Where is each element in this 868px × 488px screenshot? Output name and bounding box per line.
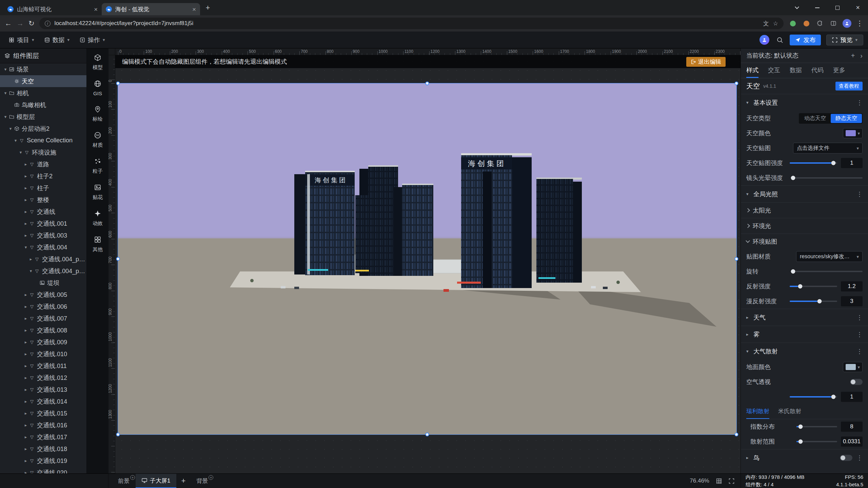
subsection-sunlight[interactable]: 太阳光 <box>741 202 868 218</box>
layer-item[interactable]: ▸▽整楼 <box>0 194 86 206</box>
layer-item[interactable]: 天空 <box>0 75 86 87</box>
selection-handle[interactable] <box>116 433 120 436</box>
subsection-environment-map[interactable]: 环境贴图 <box>741 233 868 249</box>
section-basic-settings[interactable]: ▾ 基本设置 ⋮ <box>741 94 868 111</box>
preview-button[interactable]: 预览 ▾ <box>826 35 863 45</box>
publish-button[interactable]: 发布 <box>790 35 821 45</box>
caret-collapsed-icon[interactable]: ▸ <box>23 446 28 451</box>
caret-expanded-icon[interactable]: ▾ <box>3 67 8 72</box>
caret-expanded-icon[interactable]: ▾ <box>28 268 34 273</box>
dock-item-particles[interactable]: 粒子 <box>93 158 103 175</box>
selection-handle[interactable] <box>426 433 429 436</box>
caret-expanded-icon[interactable]: ▾ <box>13 138 18 143</box>
layer-item[interactable]: ▸▽交通线.016 <box>0 419 86 431</box>
user-avatar[interactable] <box>760 35 769 45</box>
layer-item[interactable]: ▸▽交通线.009 <box>0 336 86 348</box>
kebab-menu-icon[interactable]: ⋮ <box>856 454 863 462</box>
caret-collapsed-icon[interactable]: ▸ <box>23 197 28 202</box>
bookmark-star-icon[interactable]: ☆ <box>773 20 778 27</box>
diffuse-slider[interactable] <box>790 301 837 302</box>
selection-handle[interactable] <box>426 82 429 85</box>
layer-item[interactable]: ▸▽交通线.014 <box>0 395 86 407</box>
browser-tab-1[interactable]: 山海鲸可视化 × <box>3 3 102 15</box>
sky-type-dynamic-option[interactable]: 动态天空 <box>800 114 831 123</box>
expand-states-icon[interactable]: › <box>860 52 863 60</box>
layer-item[interactable]: ▸▽交通线.004_primit... <box>0 253 86 265</box>
caret-collapsed-icon[interactable]: ▸ <box>23 233 28 238</box>
dock-item-cube[interactable]: 模型 <box>93 54 103 71</box>
browser-menu-icon[interactable]: ⋮ <box>856 19 863 27</box>
bird-toggle[interactable] <box>840 455 852 461</box>
kebab-menu-icon[interactable]: ⋮ <box>856 331 863 338</box>
caret-collapsed-icon[interactable]: ▸ <box>23 375 28 380</box>
layer-item[interactable]: ▸▽交通线.015 <box>0 407 86 419</box>
sub-screen-tab[interactable]: 子大屏1 <box>136 474 176 488</box>
caret-collapsed-icon[interactable]: ▸ <box>23 304 28 309</box>
tab-code[interactable]: 代码 <box>811 63 824 78</box>
tab-search-icon[interactable] <box>787 0 807 15</box>
sky-color-picker[interactable]: ▾ <box>843 128 863 138</box>
browser-tab-2[interactable]: 海创 - 低视觉 × <box>102 3 200 15</box>
multi-scatter-value[interactable]: 1 <box>841 392 863 402</box>
minimize-button[interactable] <box>807 0 827 15</box>
layer-item[interactable]: ▸▽交通线.013 <box>0 384 86 395</box>
background-tab[interactable]: 背景 + <box>190 474 214 488</box>
exponent-value[interactable]: 8 <box>841 422 863 432</box>
multi-scatter-slider[interactable] <box>790 396 837 398</box>
caret-collapsed-icon[interactable]: ▸ <box>28 257 34 262</box>
close-button[interactable]: × <box>848 0 868 15</box>
sky-map-intensity-value[interactable]: 1 <box>841 158 863 168</box>
caret-expanded-icon[interactable]: ▾ <box>8 126 13 131</box>
layer-item[interactable]: ▾▽交通线.004_primit... <box>0 265 86 277</box>
layer-item[interactable]: ▸▽交通线.005 <box>0 289 86 301</box>
layer-item[interactable]: ▾模型层 <box>0 111 86 123</box>
caret-collapsed-icon[interactable]: ▸ <box>23 423 28 428</box>
foreground-tab[interactable]: 前景 + <box>112 474 136 488</box>
add-screen-button[interactable]: + <box>176 476 190 485</box>
caret-collapsed-icon[interactable]: ▸ <box>23 316 28 321</box>
exit-edit-button[interactable]: 退出编辑 <box>686 57 726 67</box>
rotation-slider[interactable] <box>793 271 863 272</box>
forward-icon[interactable]: → <box>17 19 24 27</box>
dock-item-decal[interactable]: 贴花 <box>93 184 103 201</box>
section-bird[interactable]: ▸ 鸟 ⋮ <box>741 449 868 466</box>
back-icon[interactable]: ← <box>5 19 12 27</box>
layer-item[interactable]: ▸▽交通线.008 <box>0 324 86 336</box>
caret-collapsed-icon[interactable]: ▸ <box>23 434 28 440</box>
air-perspective-toggle[interactable] <box>850 379 863 385</box>
tab-close-icon[interactable]: × <box>192 6 196 13</box>
layer-item[interactable]: ▾▽环境设施 <box>0 146 86 158</box>
tab-rayleigh[interactable]: 瑞利散射 <box>746 404 769 419</box>
search-icon[interactable] <box>774 34 786 46</box>
add-badge-icon[interactable]: + <box>209 475 213 480</box>
caret-collapsed-icon[interactable]: ▸ <box>23 292 28 297</box>
reflection-slider[interactable] <box>790 286 837 287</box>
section-fog[interactable]: ▸ 雾 ⋮ <box>741 326 868 343</box>
tab-style[interactable]: 样式 <box>746 63 758 78</box>
caret-collapsed-icon[interactable]: ▸ <box>23 351 28 357</box>
layer-item[interactable]: ▸▽交通线.020 <box>0 467 86 473</box>
caret-collapsed-icon[interactable]: ▸ <box>23 399 28 404</box>
add-state-icon[interactable]: + <box>851 52 855 60</box>
caret-collapsed-icon[interactable]: ▸ <box>23 174 28 179</box>
menu-data[interactable]: 数据 ▾ <box>40 34 74 46</box>
layer-item[interactable]: ▸▽柱子2 <box>0 170 86 182</box>
dock-item-more[interactable]: 其他 <box>93 236 103 253</box>
lens-flare-slider[interactable] <box>793 177 863 179</box>
dock-item-pin[interactable]: 标绘 <box>93 105 103 122</box>
caret-collapsed-icon[interactable]: ▸ <box>23 185 28 190</box>
new-tab-button[interactable]: + <box>202 2 214 14</box>
exponent-slider[interactable] <box>796 426 837 427</box>
caret-collapsed-icon[interactable]: ▸ <box>23 363 28 368</box>
menu-project[interactable]: 项目 ▾ <box>5 34 38 46</box>
caret-collapsed-icon[interactable]: ▸ <box>23 221 28 226</box>
kebab-menu-icon[interactable]: ⋮ <box>856 348 863 355</box>
caret-expanded-icon[interactable]: ▾ <box>3 90 8 96</box>
caret-expanded-icon[interactable]: ▾ <box>23 245 28 250</box>
sky-map-file-select[interactable]: 点击选择文件 ▾ <box>793 143 863 154</box>
layer-item[interactable]: ▸▽交通线.001 <box>0 218 86 229</box>
reload-icon[interactable]: ↻ <box>28 19 35 27</box>
caret-collapsed-icon[interactable]: ▸ <box>23 209 28 214</box>
zoom-level[interactable]: 76.46% <box>690 477 709 484</box>
extension-green-icon[interactable] <box>788 19 797 28</box>
